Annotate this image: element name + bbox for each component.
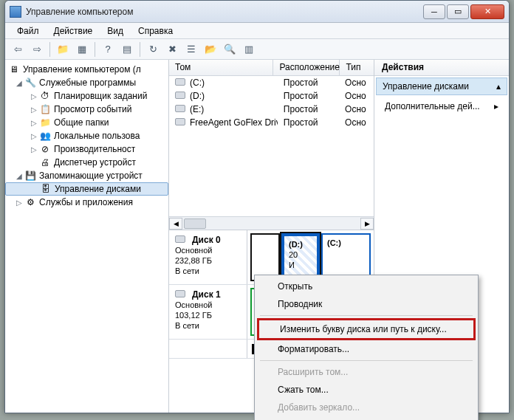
disk-size: 232,88 ГБ [175,256,212,265]
tb-icon-6[interactable]: ▥ [241,41,257,58]
expand-icon[interactable]: ▷ [29,119,39,127]
tree-shared[interactable]: ▷ 📁 Общие папки [5,116,168,129]
ctx-change-letter[interactable]: Изменить букву диска или путь к диску... [257,318,476,340]
forward-button[interactable]: ⇨ [29,41,45,58]
tree-label: Планировщик заданий [54,91,147,101]
volume-row[interactable]: (E:) Простой Осно [169,103,374,116]
ctx-format[interactable]: Форматировать... [257,340,476,358]
tb-icon-3[interactable]: ☰ [183,41,199,58]
more-actions-link[interactable]: Дополнительные дей... ▸ [374,97,509,116]
titlebar[interactable]: Управление компьютером ─ ▭ ✕ [5,1,509,23]
menu-help[interactable]: Справка [132,24,179,38]
tree-label: Служебные программы [39,78,136,88]
disk-status: В сети [175,266,199,275]
volume-row[interactable]: FreeAgent GoFlex Drive (G:) Простой Осно [169,116,374,129]
perf-icon: ⊘ [39,143,51,155]
tree-scheduler[interactable]: ▷ ⏱ Планировщик заданий [5,89,168,103]
expand-icon[interactable]: ▷ [29,132,39,140]
tree-root[interactable]: 🖥 Управление компьютером (л [5,63,168,76]
tb-icon-4[interactable]: 📂 [202,41,219,58]
menu-action[interactable]: Действие [48,24,99,38]
vol-type: Осно [339,78,374,88]
vol-name: (C:) [190,78,205,88]
collapse-icon[interactable]: ◢ [14,172,24,180]
tree-system-tools[interactable]: ◢ 🔧 Служебные программы [5,76,168,89]
menu-view[interactable]: Вид [101,24,129,38]
disk-title: Диск 0 [192,235,221,245]
vol-name: (D:) [190,91,205,101]
separator [260,315,473,316]
tools-icon: 🔧 [24,77,36,89]
volume-row[interactable]: (C:) Простой Осно [169,76,374,89]
help-button[interactable]: ? [100,41,116,58]
ctx-open[interactable]: Открыть [257,278,476,295]
volume-list-header: Том Расположение Тип [169,60,374,76]
tree-devmgr[interactable]: 🖨 Диспетчер устройст [5,156,168,169]
part-size: 20 [289,250,298,259]
tree-label: Общие папки [54,117,109,128]
computer-icon: 🖥 [8,63,20,75]
expand-icon[interactable]: ▷ [29,145,39,154]
scroll-thumb[interactable] [184,218,206,229]
ctx-shrink[interactable]: Сжать том... [257,381,476,399]
actions-header: Действия [374,60,509,76]
tree-services[interactable]: ▷ ⚙ Службы и приложения [5,196,168,209]
vol-layout: Простой [278,104,339,114]
disk-type: Основной [175,246,212,255]
disk-status: В сети [175,321,199,330]
nav-tree[interactable]: 🖥 Управление компьютером (л ◢ 🔧 Служебны… [5,60,169,413]
services-icon: ⚙ [24,196,36,208]
back-button[interactable]: ⇦ [10,41,26,58]
scroll-left-button[interactable]: ◀ [169,218,182,230]
expand-icon[interactable]: ▷ [29,92,39,100]
part-label: (D:) [289,240,303,249]
expand-icon[interactable]: ▷ [14,199,24,207]
actions-section[interactable]: Управление дисками ▴ [376,78,507,95]
vol-type: Осно [339,117,374,128]
disk1-info[interactable]: Диск 1 Основной 103,12 ГБ В сети [169,285,247,339]
col-volume[interactable]: Том [169,60,273,75]
vol-layout: Простой [278,91,339,101]
tb-icon-5[interactable]: 🔍 [222,41,238,58]
arrow-right-icon: ▸ [494,101,498,111]
ctx-delete[interactable]: Удалить том... [257,416,476,420]
expand-icon[interactable]: ▷ [29,106,39,114]
tree-diskmgmt[interactable]: 🗄 Управление дисками [5,182,168,196]
collapse-icon[interactable]: ◢ [14,79,24,87]
actions-section-label: Управление дисками [383,81,469,92]
tb-icon-2[interactable]: ✖ [164,41,180,58]
close-button[interactable]: ✕ [470,4,504,19]
menubar: Файл Действие Вид Справка [5,23,509,39]
volume-list[interactable]: (C:) Простой Осно (D:) Простой Осно (E:)… [169,76,374,216]
context-menu: Открыть Проводник Изменить букву диска и… [254,275,479,420]
tree-label: Производительност [54,144,135,154]
col-layout[interactable]: Расположение [273,60,340,75]
tb-icon-1[interactable]: ▤ [119,41,135,58]
col-type[interactable]: Тип [340,60,374,75]
maximize-button[interactable]: ▭ [447,4,469,19]
drive-icon [175,92,185,99]
hscrollbar[interactable]: ◀ ▶ [169,216,374,230]
tree-users[interactable]: ▷ 👥 Локальные пользова [5,129,168,142]
up-button[interactable]: 📁 [55,41,71,58]
minimize-button[interactable]: ─ [423,4,445,19]
legend-spacer [169,340,247,358]
tree-perf[interactable]: ▷ ⊘ Производительност [5,142,168,156]
storage-icon: 💾 [24,170,36,182]
props-button[interactable]: ▦ [74,41,90,58]
tree-events[interactable]: ▷ 📋 Просмотр событий [5,103,168,116]
scroll-right-button[interactable]: ▶ [360,218,374,230]
refresh-button[interactable]: ↻ [145,41,161,58]
clock-icon: ⏱ [39,90,51,102]
app-icon [10,6,21,18]
menu-file[interactable]: Файл [11,24,45,38]
part-label: (C:) [327,238,341,247]
disk-type: Основной [175,300,212,309]
disk0-info[interactable]: Диск 0 Основной 232,88 ГБ В сети [169,230,247,284]
more-actions-label: Дополнительные дей... [385,101,480,111]
vol-name: FreeAgent GoFlex Drive (G:) [190,117,278,128]
tree-label: Локальные пользова [54,131,140,141]
volume-row[interactable]: (D:) Простой Осно [169,89,374,103]
tree-storage[interactable]: ◢ 💾 Запоминающие устройст [5,169,168,182]
ctx-explorer[interactable]: Проводник [257,295,476,313]
